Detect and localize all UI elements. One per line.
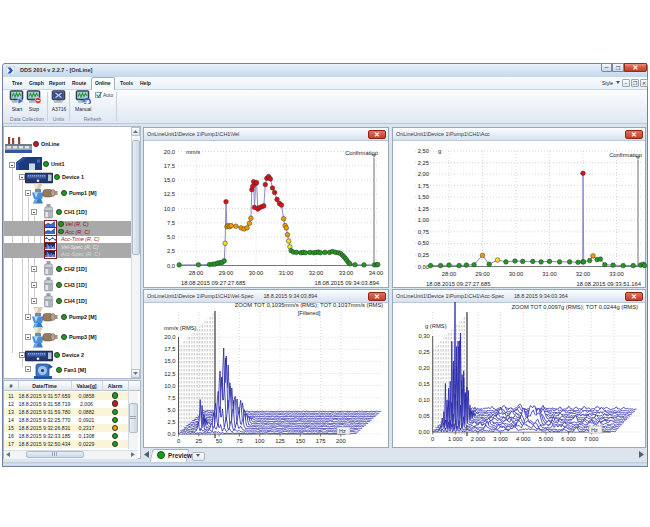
svg-text:32:00: 32:00 — [309, 270, 324, 276]
svg-text:0,10: 0,10 — [418, 397, 429, 403]
svg-text:20,0: 20,0 — [164, 334, 175, 340]
svg-text:50: 50 — [216, 438, 222, 444]
svg-text:0,05: 0,05 — [418, 413, 429, 419]
svg-text:10,0: 10,0 — [164, 383, 175, 389]
svg-text:5,0: 5,0 — [167, 407, 175, 413]
svg-text:2,50: 2,50 — [418, 148, 429, 154]
svg-text:1,25: 1,25 — [418, 206, 429, 212]
svg-text:3 000: 3 000 — [493, 436, 508, 442]
svg-text:18.08.2015 09:34:03.894: 18.08.2015 09:34:03.894 — [315, 280, 380, 286]
svg-text:5,0: 5,0 — [167, 234, 175, 240]
svg-text:2,25: 2,25 — [418, 160, 429, 166]
svg-text:0,0: 0,0 — [167, 263, 175, 269]
svg-text:100: 100 — [255, 438, 265, 444]
svg-text:18.08.2015 09:27:27.685: 18.08.2015 09:27:27.685 — [426, 281, 490, 287]
svg-text:150: 150 — [295, 438, 305, 444]
svg-text:12,5: 12,5 — [164, 371, 175, 377]
svg-text:18.08.2015 09:33:51.164: 18.08.2015 09:33:51.164 — [577, 281, 642, 287]
svg-text:25: 25 — [196, 438, 202, 444]
svg-text:17,5: 17,5 — [164, 346, 175, 352]
svg-text:0,75: 0,75 — [418, 229, 429, 235]
svg-text:30:00: 30:00 — [249, 270, 264, 276]
svg-text:mm/s (RMS): mm/s (RMS) — [164, 325, 197, 331]
svg-text:0: 0 — [431, 436, 434, 442]
svg-text:Hz: Hz — [339, 428, 346, 434]
svg-text:2,5: 2,5 — [167, 419, 175, 425]
svg-text:75: 75 — [236, 438, 242, 444]
svg-text:34:00: 34:00 — [369, 270, 384, 276]
svg-text:15,0: 15,0 — [164, 177, 175, 183]
svg-text:Confirmation: Confirmation — [345, 150, 378, 156]
svg-text:0,20: 0,20 — [418, 365, 429, 371]
svg-text:29:00: 29:00 — [475, 271, 490, 277]
svg-text:1,00: 1,00 — [418, 217, 429, 223]
svg-text:31:00: 31:00 — [279, 270, 294, 276]
svg-text:ZOOM TOT 0,1035mm/s (RMS); TOT: ZOOM TOT 0,1035mm/s (RMS); TOT 0,1037mm/… — [235, 302, 384, 308]
svg-text:0: 0 — [177, 438, 180, 444]
svg-text:2,5: 2,5 — [167, 248, 175, 254]
svg-text:33:00: 33:00 — [339, 270, 354, 276]
svg-text:1,50: 1,50 — [418, 194, 429, 200]
svg-text:2 000: 2 000 — [471, 436, 486, 442]
svg-text:7 000: 7 000 — [584, 436, 599, 442]
svg-text:15,0: 15,0 — [164, 358, 175, 364]
svg-text:0,25: 0,25 — [418, 349, 429, 355]
svg-text:0,15: 0,15 — [418, 381, 429, 387]
svg-text:mm/s: mm/s — [186, 149, 200, 155]
svg-text:17,5: 17,5 — [164, 163, 175, 169]
svg-text:28:00: 28:00 — [189, 270, 204, 276]
svg-text:ZOOM TOT 0,0097g (RMS); TOT 0,: ZOOM TOT 0,0097g (RMS); TOT 0,0244g (RMS… — [511, 304, 638, 310]
svg-text:g (RMS): g (RMS) — [425, 323, 447, 329]
svg-text:0,0: 0,0 — [167, 431, 175, 437]
svg-text:200: 200 — [336, 438, 346, 444]
svg-text:175: 175 — [316, 438, 326, 444]
svg-text:[Filtered]: [Filtered] — [298, 310, 321, 316]
svg-text:0,30: 0,30 — [418, 333, 429, 339]
svg-text:31:00: 31:00 — [542, 271, 557, 277]
svg-text:18.08.2015 09:27:27.685: 18.08.2015 09:27:27.685 — [181, 280, 245, 286]
svg-text:4 000: 4 000 — [516, 436, 531, 442]
svg-text:0,50: 0,50 — [418, 240, 429, 246]
svg-text:29:00: 29:00 — [219, 270, 234, 276]
svg-text:Confirmation: Confirmation — [609, 152, 642, 158]
svg-text:7,5: 7,5 — [167, 220, 175, 226]
svg-text:0,00: 0,00 — [418, 429, 429, 435]
svg-text:125: 125 — [275, 438, 285, 444]
svg-text:1 000: 1 000 — [448, 436, 463, 442]
svg-text:1,75: 1,75 — [418, 183, 429, 189]
svg-text:32:00: 32:00 — [576, 271, 591, 277]
svg-text:10,0: 10,0 — [164, 206, 175, 212]
svg-text:20,0: 20,0 — [164, 149, 175, 155]
svg-text:5 000: 5 000 — [539, 436, 554, 442]
svg-text:7,5: 7,5 — [167, 395, 175, 401]
svg-text:12,5: 12,5 — [164, 191, 175, 197]
svg-text:0,00: 0,00 — [418, 264, 429, 270]
svg-text:2,00: 2,00 — [418, 171, 429, 177]
svg-text:Hz: Hz — [591, 427, 598, 433]
svg-text:33:00: 33:00 — [609, 271, 624, 277]
svg-text:30:00: 30:00 — [509, 271, 524, 277]
svg-text:28:00: 28:00 — [442, 271, 457, 277]
svg-text:6 000: 6 000 — [561, 436, 576, 442]
svg-text:0,25: 0,25 — [418, 252, 429, 258]
svg-text:g: g — [438, 148, 441, 154]
